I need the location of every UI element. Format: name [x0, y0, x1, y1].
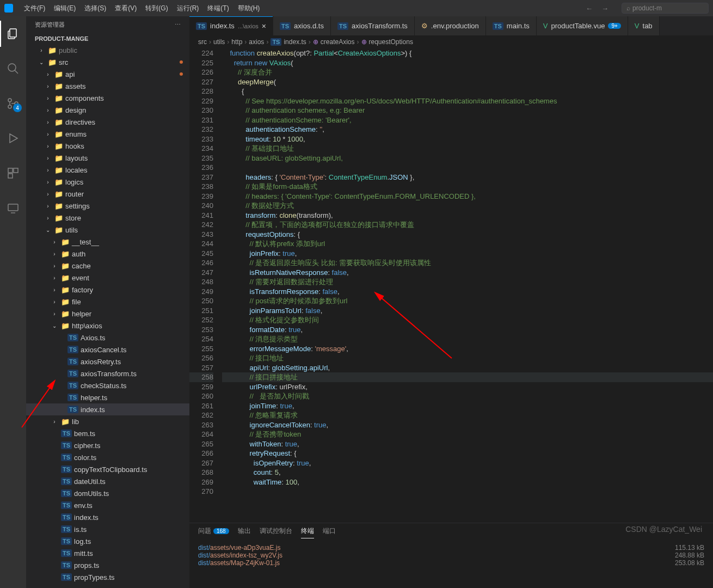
terminal-tab[interactable]: 调试控制台	[260, 526, 292, 538]
close-icon[interactable]: ×	[262, 22, 266, 30]
folder-icon: 📁	[54, 130, 63, 138]
file-item[interactable]: TScopyTextToClipboard.ts	[26, 463, 189, 475]
chevron-icon: ›	[44, 71, 52, 77]
more-icon[interactable]: ⋯	[175, 21, 181, 28]
folder-item[interactable]: ⌄📁utils	[26, 224, 189, 236]
editor-tab[interactable]: TSaxios.d.ts	[273, 16, 331, 35]
folder-item[interactable]: ›📁api	[26, 68, 189, 80]
editor-tab[interactable]: TSmain.ts	[486, 16, 537, 35]
file-item[interactable]: TShelper.ts	[26, 391, 189, 403]
nav-back-icon[interactable]: ←	[586, 4, 593, 13]
folder-item[interactable]: ›📁router	[26, 188, 189, 200]
file-item[interactable]: TScheckStatus.ts	[26, 379, 189, 391]
nav-forward-icon[interactable]: →	[601, 4, 608, 13]
source-control-activity[interactable]: 4	[0, 90, 26, 117]
modified-dot-icon	[180, 72, 183, 76]
file-item[interactable]: TSbem.ts	[26, 427, 189, 439]
file-item[interactable]: TSindex.ts	[26, 403, 189, 415]
folder-item[interactable]: ›📁directives	[26, 116, 189, 128]
file-item[interactable]: TSaxiosRetry.ts	[26, 356, 189, 367]
menu-item[interactable]: 编辑(E)	[50, 3, 80, 14]
folder-item[interactable]: ›📁locales	[26, 164, 189, 176]
folder-item[interactable]: ›📁public	[26, 44, 189, 56]
command-search[interactable]: ⌕ product-m	[622, 3, 709, 14]
menu-item[interactable]: 帮助(H)	[233, 3, 265, 14]
chevron-icon: ⌄	[50, 323, 59, 329]
file-item[interactable]: TSpropTypes.ts	[26, 571, 189, 583]
file-item[interactable]: TScipher.ts	[26, 439, 189, 451]
menu-item[interactable]: 文件(F)	[20, 3, 50, 14]
breadcrumb-segment[interactable]: src	[198, 38, 207, 46]
folder-item[interactable]: ›📁design	[26, 104, 189, 116]
folder-item[interactable]: ›📁file	[26, 296, 189, 308]
search-activity[interactable]	[0, 56, 26, 82]
folder-item[interactable]: ›📁assets	[26, 80, 189, 92]
tree-item-label: event	[72, 274, 89, 282]
folder-item[interactable]: ›📁hooks	[26, 140, 189, 152]
run-activity[interactable]	[0, 125, 26, 151]
folder-item[interactable]: ›📁__test__	[26, 236, 189, 248]
folder-item[interactable]: ›📁cache	[26, 260, 189, 272]
file-item[interactable]: TSdateUtil.ts	[26, 475, 189, 487]
chevron-icon: ›	[44, 179, 52, 185]
menu-item[interactable]: 运行(R)	[173, 3, 204, 14]
file-item[interactable]: TScolor.ts	[26, 451, 189, 463]
breadcrumb-segment[interactable]: createAxios	[321, 38, 355, 46]
editor-tab[interactable]: TSaxiosTransform.ts	[331, 16, 415, 35]
folder-item[interactable]: ›📁components	[26, 92, 189, 104]
breadcrumb[interactable]: src›utils›http›axios›TSindex.ts›⊕createA…	[189, 35, 713, 48]
breadcrumb-segment[interactable]: index.ts	[284, 38, 306, 46]
file-item[interactable]: TSaxiosCancel.ts	[26, 344, 189, 356]
editor-tab[interactable]: Vtab	[628, 16, 660, 35]
folder-item[interactable]: ›📁factory	[26, 284, 189, 296]
file-item[interactable]: TSlog.ts	[26, 535, 189, 547]
folder-item[interactable]: ›📁auth	[26, 248, 189, 260]
folder-item[interactable]: ›📁logics	[26, 176, 189, 188]
folder-item[interactable]: ›📁helper	[26, 308, 189, 320]
file-item[interactable]: TSprops.ts	[26, 559, 189, 571]
ts-icon: TS	[67, 346, 78, 353]
terminal-tab[interactable]: 输出	[238, 526, 251, 538]
file-item[interactable]: TSdomUtils.ts	[26, 487, 189, 499]
folder-item[interactable]: ⌄📁http\axios	[26, 320, 189, 332]
folder-item[interactable]: ⌄📁src	[26, 56, 189, 68]
terminal-tab[interactable]: 端口	[323, 526, 336, 538]
terminal-tab[interactable]: 终端	[301, 526, 314, 538]
terminal-content[interactable]: dist/assets/vue-aDp3vuaE.js115.13 kBdist…	[189, 542, 713, 588]
breadcrumb-segment[interactable]: requestOptions	[369, 38, 413, 46]
file-item[interactable]: TSindex.ts	[26, 511, 189, 523]
code-editor[interactable]: 2242252262272282292302312322332342352362…	[189, 48, 713, 523]
project-name[interactable]: PRODUCT-MANGE	[26, 33, 189, 44]
folder-item[interactable]: ›📁event	[26, 272, 189, 284]
folder-item[interactable]: ›📁layouts	[26, 152, 189, 164]
remote-activity[interactable]	[0, 195, 26, 221]
menu-item[interactable]: 终端(T)	[203, 3, 233, 14]
terminal-tab[interactable]: 问题168	[198, 526, 229, 538]
menu-item[interactable]: 转到(G)	[141, 3, 172, 14]
editor-tab[interactable]: TSindex.ts...\axios×	[189, 16, 273, 35]
tree-item-label: router	[65, 190, 84, 198]
folder-item[interactable]: ›📁settings	[26, 200, 189, 212]
file-item[interactable]: TSaxiosTransform.ts	[26, 367, 189, 379]
file-item[interactable]: TSAxios.ts	[26, 332, 189, 344]
menu-item[interactable]: 选择(S)	[80, 3, 110, 14]
ts-icon: TS	[67, 358, 78, 365]
code-content[interactable]: function createAxios(opt?: Partial<Creat…	[222, 48, 713, 523]
editor-tab[interactable]: VproductTable.vue9+	[537, 16, 628, 35]
tab-badge: 9+	[608, 23, 620, 29]
file-item[interactable]: TSmitt.ts	[26, 547, 189, 559]
folder-icon: 📁	[48, 46, 57, 54]
folder-item[interactable]: ›📁lib	[26, 415, 189, 427]
folder-item[interactable]: ›📁store	[26, 212, 189, 224]
breadcrumb-segment[interactable]: utils	[213, 38, 225, 46]
file-item[interactable]: TSenv.ts	[26, 499, 189, 511]
breadcrumb-segment[interactable]: http	[231, 38, 242, 46]
extensions-activity[interactable]	[0, 160, 26, 186]
breadcrumb-segment[interactable]: axios	[249, 38, 264, 46]
file-item[interactable]: TSis.ts	[26, 523, 189, 535]
editor-tab[interactable]: ⚙.env.production	[415, 16, 486, 35]
folder-item[interactable]: ›📁enums	[26, 128, 189, 140]
menu-item[interactable]: 查看(V)	[110, 3, 141, 14]
chevron-icon: ›	[44, 203, 52, 209]
explorer-activity[interactable]	[0, 21, 26, 47]
